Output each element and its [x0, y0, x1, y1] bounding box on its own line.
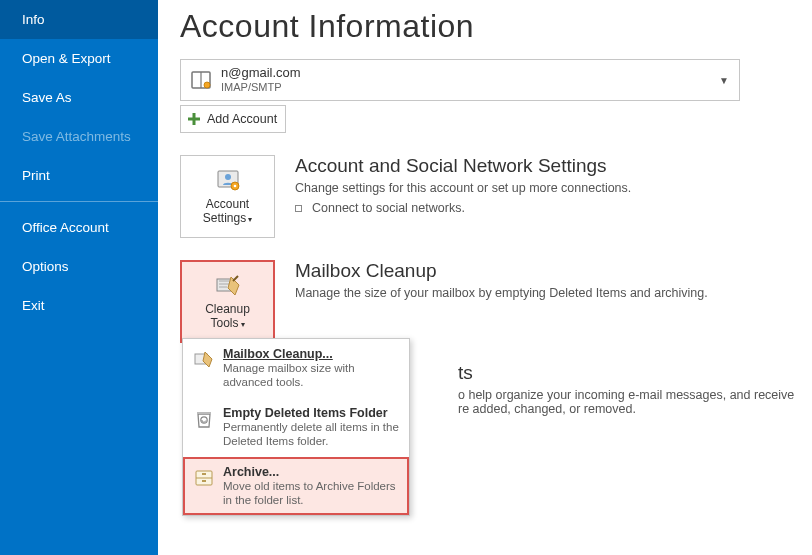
trash-icon	[193, 408, 215, 430]
sidebar-item-open-export[interactable]: Open & Export	[0, 39, 158, 78]
mailbox-cleanup-desc: Manage the size of your mailbox by empty…	[295, 286, 708, 300]
menu-item-mailbox-cleanup[interactable]: Mailbox Cleanup... Manage mailbox size w…	[183, 339, 409, 398]
archive-icon	[193, 467, 215, 489]
menu-item-archive[interactable]: Archive... Move old items to Archive Fol…	[183, 457, 409, 516]
account-settings-button[interactable]: Account Settings▾	[180, 155, 275, 238]
svg-line-13	[233, 276, 238, 281]
cleanup-tools-button[interactable]: Cleanup Tools▾	[180, 260, 275, 343]
menu-item-title: Archive...	[223, 465, 399, 479]
backstage-sidebar: Info Open & Export Save As Save Attachme…	[0, 0, 158, 555]
rules-desc-fragment: o help organize your incoming e-mail mes…	[458, 388, 794, 416]
svg-rect-15	[197, 412, 211, 414]
account-settings-caption: Account Settings▾	[203, 198, 252, 226]
svg-point-2	[204, 82, 210, 88]
account-text-block: n@gmail.com IMAP/SMTP	[221, 66, 301, 94]
menu-item-desc: Permanently delete all items in the Dele…	[223, 420, 399, 449]
plus-icon	[187, 112, 201, 126]
sidebar-item-print[interactable]: Print	[0, 156, 158, 195]
bullet-icon	[295, 205, 302, 212]
cleanup-tools-menu: Mailbox Cleanup... Manage mailbox size w…	[182, 338, 410, 516]
svg-rect-4	[188, 118, 200, 121]
menu-item-desc: Manage mailbox size with advanced tools.	[223, 361, 399, 390]
sidebar-item-options[interactable]: Options	[0, 247, 158, 286]
sidebar-item-save-as[interactable]: Save As	[0, 78, 158, 117]
menu-item-title: Mailbox Cleanup...	[223, 347, 399, 361]
account-settings-heading: Account and Social Network Settings	[295, 155, 631, 177]
broom-icon	[193, 349, 215, 371]
section-account-settings: Account Settings▾ Account and Social Net…	[180, 155, 792, 238]
cleanup-tools-caption: Cleanup Tools▾	[205, 303, 250, 331]
sidebar-separator	[0, 201, 158, 202]
account-settings-desc: Change settings for this account or set …	[295, 181, 631, 195]
add-account-label: Add Account	[207, 112, 277, 126]
mailbox-cleanup-heading: Mailbox Cleanup	[295, 260, 708, 282]
menu-item-desc: Move old items to Archive Folders in the…	[223, 479, 399, 508]
account-protocol: IMAP/SMTP	[221, 81, 301, 94]
add-account-button[interactable]: Add Account	[180, 105, 286, 133]
page-title: Account Information	[180, 8, 792, 45]
menu-item-title: Empty Deleted Items Folder	[223, 406, 399, 420]
svg-point-8	[233, 184, 236, 187]
sidebar-item-office-account[interactable]: Office Account	[0, 208, 158, 247]
sidebar-item-info[interactable]: Info	[0, 0, 158, 39]
broom-icon	[213, 273, 243, 299]
menu-item-empty-deleted[interactable]: Empty Deleted Items Folder Permanently d…	[183, 398, 409, 457]
account-email: n@gmail.com	[221, 66, 301, 81]
svg-point-6	[225, 174, 231, 180]
section-mailbox-cleanup: Cleanup Tools▾ Mailbox Cleanup Manage th…	[180, 260, 792, 343]
mailbox-icon	[189, 68, 213, 92]
connect-social-link[interactable]: Connect to social networks.	[295, 201, 631, 215]
sidebar-item-save-attachments: Save Attachments	[0, 117, 158, 156]
svg-rect-20	[202, 473, 206, 475]
user-gear-icon	[213, 168, 243, 194]
svg-rect-21	[202, 480, 206, 482]
connect-social-label: Connect to social networks.	[312, 201, 465, 215]
rules-heading-fragment: ts	[458, 362, 473, 384]
account-dropdown[interactable]: n@gmail.com IMAP/SMTP ▼	[180, 59, 740, 101]
chevron-down-icon: ▼	[719, 75, 729, 86]
sidebar-item-exit[interactable]: Exit	[0, 286, 158, 325]
